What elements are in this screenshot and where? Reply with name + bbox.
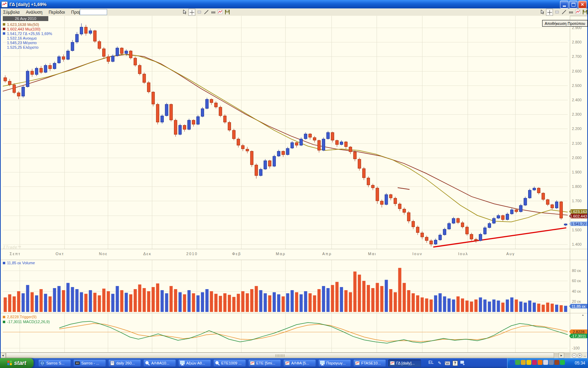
menu-item-1[interactable]: Ανάλυση <box>23 9 46 15</box>
task-label: ΓΔ [daily]... <box>396 361 415 365</box>
app-chart-icon <box>1 1 8 7</box>
close-button[interactable]: ✕ <box>578 1 587 8</box>
menu-item-0[interactable]: Σύμβολα <box>0 9 23 15</box>
legend-bullet <box>3 32 5 35</box>
task-button-5[interactable]: ΕΤΕ1009 ... <box>213 359 246 367</box>
tray-icon-0[interactable] <box>510 360 514 365</box>
trendline-tool-icon[interactable] <box>203 9 209 15</box>
task-label: FTASE10... <box>361 361 381 365</box>
task-button-10[interactable]: ΓΔ [daily]... <box>388 359 421 367</box>
volume-tick: 20 εκ <box>572 299 581 304</box>
price-tick: 2.700 <box>572 54 582 59</box>
price-tick: 2.300 <box>572 112 582 116</box>
tray-icon-3[interactable] <box>526 360 531 365</box>
pen-icon[interactable]: ✎ <box>437 360 442 366</box>
start-label: start <box>14 360 26 366</box>
language-indicator[interactable]: EL <box>428 360 434 365</box>
legend-row-2: 1.541,72 ΓΔ +25,55 1,69% <box>3 31 52 36</box>
tray-icon-2[interactable] <box>521 360 526 365</box>
trigger-bullet <box>3 316 5 318</box>
indicator-chart-icon[interactable] <box>217 9 223 15</box>
task-button-7[interactable]: ΑΛΦΑ [5... <box>283 359 316 367</box>
legend-date: 26 Αυγ 2010 <box>3 16 48 21</box>
volume-tick: 60 εκ <box>572 279 581 283</box>
tray-icon-4[interactable] <box>532 360 537 365</box>
save-template-icon[interactable] <box>224 9 230 15</box>
price-tick: 1.400 <box>572 242 582 246</box>
macd-bullet <box>3 321 5 323</box>
pane-collapse-arrow-icon[interactable]: ▲ <box>582 314 584 316</box>
tray-icon-9[interactable] <box>560 360 565 365</box>
indicator-chart-icon[interactable] <box>575 9 581 15</box>
task-button-4[interactable]: Αξιών Αθ... <box>178 359 211 367</box>
macd-chart-canvas[interactable] <box>0 314 570 352</box>
task-label: Παραγωγ... <box>326 361 346 365</box>
price-chart-canvas[interactable] <box>0 16 570 249</box>
horizontal-scrollbar[interactable]: ◄ ► <box>0 353 588 358</box>
grid-toggle-icon[interactable] <box>568 9 574 15</box>
scrollbar-thumb[interactable] <box>6 353 554 358</box>
fit-width-icon[interactable]: ↔ <box>583 354 587 357</box>
task-button-6[interactable]: ΕΤΕ [5mi... <box>248 359 281 367</box>
legend-row-1: 1.602,443 Μω(100) <box>3 27 52 31</box>
month-label: Μαι <box>362 252 383 256</box>
tray-icon-6[interactable] <box>543 360 548 365</box>
toolbar-center <box>181 9 230 16</box>
restore-button[interactable] <box>569 1 578 8</box>
application-window: ΓΔ [daily] +1,69% ✕ ΣύμβολαΑνάλυσηΠερίοδ… <box>0 0 588 368</box>
task-label: ΕΤΕ1009 ... <box>221 361 241 365</box>
task-button-1[interactable]: Sarros - ... <box>73 359 106 367</box>
language-bar-options-icon[interactable] <box>460 360 465 366</box>
legend-row-5: 1.525,25 Ελάχιστο <box>3 45 52 49</box>
menu-item-2[interactable]: Περίοδοι <box>46 9 68 15</box>
task-label: daily 260... <box>116 361 135 365</box>
price-tick: 1.800 <box>572 184 582 189</box>
month-label: Αυγ <box>500 252 521 256</box>
task-button-0[interactable]: Sarros S... <box>38 359 71 367</box>
tray-icon-7[interactable] <box>549 360 554 365</box>
pointer-icon[interactable] <box>181 9 188 15</box>
taskbar: start Sarros S...Sarros - ...daily 260..… <box>0 358 588 368</box>
crosshair-icon[interactable] <box>546 9 553 16</box>
volume-tick: 40 εκ <box>572 289 581 293</box>
ma100-price-marker: 1.602,443 <box>569 214 588 218</box>
crosshair-icon[interactable] <box>188 9 195 16</box>
task-button-8[interactable]: Παραγωγ... <box>318 359 351 367</box>
minimize-button[interactable] <box>560 1 568 8</box>
tray-icon-1[interactable] <box>515 360 520 365</box>
zoom-in-button[interactable]: + <box>578 353 582 358</box>
macd-legend-text: -17,3011 MACD(12,26,9) <box>7 320 50 324</box>
grid-toggle-icon[interactable] <box>210 9 216 15</box>
tray-icon-5[interactable] <box>538 360 542 365</box>
price-tick: 1.700 <box>572 199 582 203</box>
menu-bar: ΣύμβολαΑνάλυσηΠερίοδοιΠροβολή <box>0 8 588 16</box>
volume-legend: 11,85 εκ Volume <box>3 261 35 265</box>
month-label: Σεπτ <box>5 252 26 256</box>
ma50-price-marker: 1.623,163 <box>569 209 588 214</box>
pointer-icon[interactable] <box>539 9 545 15</box>
trigger-marker: 2,8228 <box>569 329 588 334</box>
title-bar: ΓΔ [daily] +1,69% ✕ <box>0 0 588 8</box>
keyboard-icon[interactable] <box>444 360 450 366</box>
symbol-search-input[interactable] <box>80 9 107 15</box>
windows-flag-icon <box>7 361 12 366</box>
region-select-icon[interactable] <box>196 9 202 15</box>
start-button[interactable]: start <box>0 358 34 368</box>
task-button-9[interactable]: FTASE10... <box>353 359 386 367</box>
last-price-marker: 1.541,72 <box>569 222 588 226</box>
watermark: ΣTrade™ <box>3 245 22 249</box>
volume-bullet <box>3 262 5 264</box>
pane-divider <box>0 260 588 260</box>
trigger-legend-text: 2,8228 Trigger(9) <box>7 315 36 319</box>
trendline-tool-icon[interactable] <box>561 9 567 15</box>
zoom-out-button[interactable]: − <box>572 353 576 358</box>
volume-chart-canvas[interactable] <box>0 260 570 313</box>
scroll-right-arrow[interactable]: ► <box>559 353 564 358</box>
scroll-left-arrow[interactable]: ◄ <box>0 353 6 358</box>
tray-icon-8[interactable] <box>554 360 559 365</box>
chart-legend: 26 Αυγ 2010 1.623,1638 Με(50) 1.602,443 … <box>3 16 52 49</box>
task-button-3[interactable]: ΑΛΦΑ10... <box>143 359 176 367</box>
task-button-2[interactable]: daily 260... <box>108 359 141 367</box>
help-icon[interactable]: ? <box>452 360 458 366</box>
region-select-icon[interactable] <box>554 9 560 15</box>
